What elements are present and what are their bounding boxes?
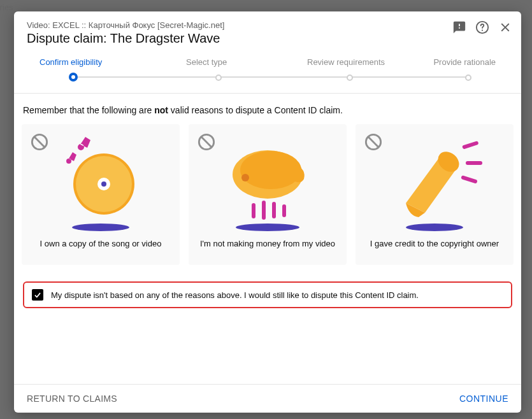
dispute-modal: Video: EXCEL :: Карточный Фокус [Secret-… (14, 11, 521, 413)
modal-footer: RETURN TO CLAIMS CONTINUE (14, 384, 521, 413)
svg-point-13 (241, 174, 249, 181)
return-to-claims-button[interactable]: RETURN TO CLAIMS (27, 394, 117, 404)
ack-checkbox[interactable] (32, 289, 43, 301)
ack-text: My dispute isn't based on any of the rea… (51, 290, 419, 300)
bg-stories-label: Stories (0, 3, 13, 12)
prohibited-icon (31, 133, 48, 153)
continue-button[interactable]: CONTINUE (459, 394, 508, 404)
video-title: Video: EXCEL :: Карточный Фокус [Secret-… (27, 20, 508, 30)
svg-rect-14 (252, 203, 255, 218)
step-select-type: Select type (186, 57, 227, 67)
invalid-reason-cards: I own a copy of the song or video (22, 124, 514, 265)
svg-point-12 (240, 151, 301, 189)
prohibited-icon (364, 133, 382, 153)
stepper: Confirm eligibility Select type Review r… (40, 57, 496, 87)
step-dot-4 (465, 75, 471, 81)
svg-point-0 (482, 29, 483, 31)
intro-text: Remember that the following are not vali… (23, 105, 514, 115)
header-actions (452, 20, 512, 37)
help-icon[interactable] (475, 20, 489, 37)
piggy-illustration (195, 133, 340, 235)
svg-rect-23 (466, 161, 482, 165)
svg-point-3 (72, 224, 129, 231)
svg-rect-22 (462, 141, 479, 150)
svg-point-7 (101, 181, 106, 187)
step-dot-2 (215, 75, 222, 81)
modal-body: Remember that the following are not vali… (14, 94, 521, 384)
prohibited-icon (198, 133, 215, 153)
svg-rect-16 (272, 202, 276, 218)
close-icon[interactable] (498, 20, 512, 37)
svg-line-9 (201, 137, 212, 147)
svg-rect-15 (262, 201, 266, 220)
cd-illustration (28, 133, 173, 235)
card-own-copy: I own a copy of the song or video (22, 124, 180, 265)
stepper-track (70, 76, 470, 78)
svg-rect-17 (282, 204, 286, 217)
step-review-requirements: Review requirements (307, 57, 385, 67)
step-dot-1 (69, 73, 78, 82)
feedback-icon[interactable] (452, 20, 466, 37)
card-text: I own a copy of the song or video (28, 239, 173, 248)
svg-line-2 (34, 137, 45, 147)
step-dot-3 (347, 75, 353, 81)
modal-title: Dispute claim: The Dragster Wave (27, 31, 508, 46)
card-gave-credit: I gave credit to the copyright owner (356, 124, 514, 265)
svg-point-10 (236, 224, 299, 231)
svg-line-19 (368, 137, 378, 147)
card-text: I'm not making money from my video (195, 239, 340, 248)
acknowledgement-box: My dispute isn't based on any of the rea… (23, 281, 512, 308)
step-provide-rationale: Provide rationale (433, 57, 496, 67)
card-text: I gave credit to the copyright owner (362, 239, 507, 248)
megaphone-illustration (362, 133, 507, 235)
svg-rect-24 (461, 175, 478, 184)
step-confirm-eligibility[interactable]: Confirm eligibility (40, 57, 102, 67)
modal-header: Video: EXCEL :: Карточный Фокус [Secret-… (14, 11, 521, 87)
svg-point-20 (406, 224, 463, 231)
card-no-money: I'm not making money from my video (189, 124, 347, 265)
